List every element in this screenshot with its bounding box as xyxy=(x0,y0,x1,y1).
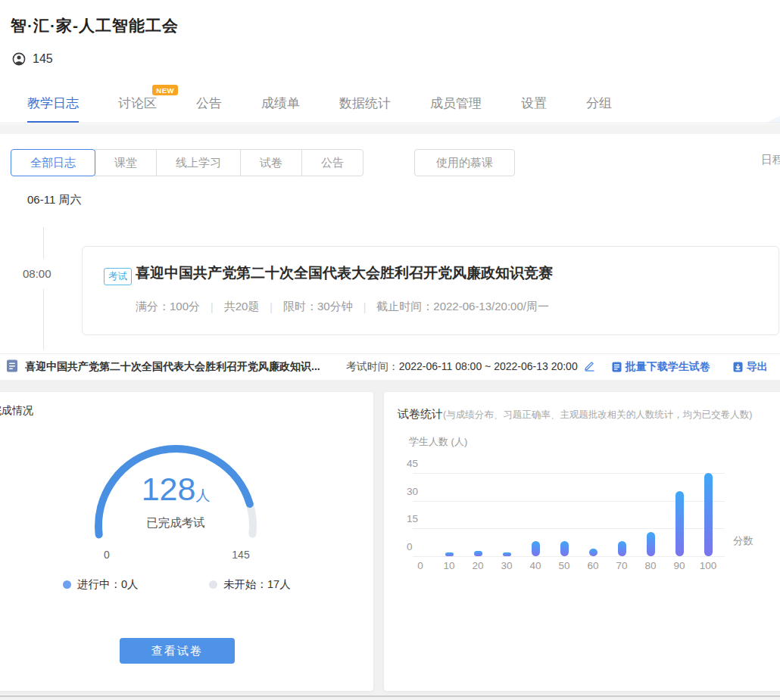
tab-数据统计[interactable]: 数据统计 xyxy=(339,83,391,123)
tab-label: 成员管理 xyxy=(430,95,482,112)
meta-separator: | xyxy=(211,301,214,313)
meta-separator: | xyxy=(363,301,367,313)
schedule-toggle[interactable]: 日程 xyxy=(761,153,780,167)
xaxis-name: 分数 xyxy=(733,534,753,548)
tab-公告[interactable]: 公告 xyxy=(196,83,222,123)
tab-label: 数据统计 xyxy=(339,95,391,112)
decorative-wave xyxy=(704,94,780,123)
member-count-row: 145 xyxy=(12,52,53,66)
filter-试卷[interactable]: 试卷 xyxy=(240,149,302,176)
gridline xyxy=(413,556,725,557)
filter-课堂[interactable]: 课堂 xyxy=(95,149,157,176)
batch-download-label: 批量下载学生试卷 xyxy=(626,360,710,374)
score-bar-30 xyxy=(503,552,511,556)
exam-time-label: 考试时间： xyxy=(346,360,399,372)
export-link[interactable]: 导出 xyxy=(733,360,768,374)
tab-label: 成绩单 xyxy=(261,95,300,112)
tab-label: 设置 xyxy=(521,95,547,112)
ytick-label: 0 xyxy=(407,541,413,552)
meta-item: 限时：30分钟 xyxy=(283,300,353,314)
xtick-label: 100 xyxy=(695,560,721,571)
score-bar-100 xyxy=(704,473,713,556)
completion-panel: 完成情况 128人 已完成考试 0 145 进行中：0人 未开始：17人 查看试… xyxy=(0,392,373,691)
meta-item: 截止时间：2022-06-13/20:00/周一 xyxy=(376,300,549,314)
legend-label: 进行中：0人 xyxy=(77,577,139,592)
tab-label: 讨论区 xyxy=(118,95,157,112)
xtick-label: 30 xyxy=(494,560,519,571)
download-doc-icon xyxy=(612,362,622,372)
xtick-label: 70 xyxy=(609,560,635,571)
gauge-min-label: 0 xyxy=(97,549,117,561)
exam-summary-row: 喜迎中国共产党第二十次全国代表大会胜利召开党风廉政知识... 考试时间：2022… xyxy=(0,354,780,380)
legend-not-started: 未开始：17人 xyxy=(209,577,291,592)
tab-成员管理[interactable]: 成员管理 xyxy=(430,83,482,123)
log-filter-group: 全部日志课堂线上学习试卷公告 xyxy=(11,149,363,176)
legend-dot xyxy=(63,580,71,589)
score-bar-40 xyxy=(532,541,540,556)
filter-线上学习[interactable]: 线上学习 xyxy=(156,149,241,176)
legend-label: 未开始：17人 xyxy=(223,577,291,592)
ytick-label: 45 xyxy=(407,458,418,469)
meta-separator: | xyxy=(270,301,273,313)
timeline-line xyxy=(43,227,44,259)
export-icon xyxy=(733,362,743,372)
score-bar-80 xyxy=(647,532,655,556)
nav-tabs: 教学日志讨论区NEW公告成绩单数据统计成员管理设置分组 xyxy=(27,83,651,123)
view-papers-button[interactable]: 查看试卷 xyxy=(120,638,235,664)
exam-log-card[interactable]: 考试 喜迎中国共产党第二十次全国代表大会胜利召开党风廉政知识竞赛 满分：100分… xyxy=(82,246,779,335)
score-distribution-chart: 01530450102030405060708090100 xyxy=(384,392,780,691)
tab-成绩单[interactable]: 成绩单 xyxy=(261,83,300,123)
tab-教学日志[interactable]: 教学日志 xyxy=(27,83,79,123)
gauge-max-label: 145 xyxy=(226,549,256,561)
meta-item: 满分：100分 xyxy=(136,300,200,314)
batch-download-link[interactable]: 批量下载学生试卷 xyxy=(612,360,710,374)
member-icon xyxy=(12,52,26,66)
timeline-line xyxy=(43,289,44,350)
gridline xyxy=(413,473,725,474)
xtick-label: 60 xyxy=(580,560,606,571)
edit-time-icon[interactable] xyxy=(584,360,595,375)
used-mooc-button[interactable]: 使用的慕课 xyxy=(414,149,515,176)
meta-item: 共20题 xyxy=(224,300,260,314)
filter-全部日志[interactable]: 全部日志 xyxy=(11,149,95,176)
bottom-divider xyxy=(0,695,780,697)
exam-card-meta: 满分：100分|共20题|限时：30分钟|截止时间：2022-06-13/20:… xyxy=(136,300,549,314)
score-bar-90 xyxy=(675,491,684,556)
exam-name: 喜迎中国共产党第二十次全国代表大会胜利召开党风廉政知识... xyxy=(25,360,320,374)
exam-type-badge: 考试 xyxy=(104,268,132,285)
log-date: 06-11 周六 xyxy=(27,193,81,207)
tab-分组[interactable]: 分组 xyxy=(586,83,612,123)
xtick-label: 90 xyxy=(666,560,692,571)
tab-label: 分组 xyxy=(586,95,612,112)
xtick-label: 0 xyxy=(407,560,433,571)
exam-time: 考试时间：2022-06-11 08:00 ~ 2022-06-13 20:00 xyxy=(346,360,578,374)
completed-caption: 已完成考试 xyxy=(91,515,261,531)
xtick-label: 10 xyxy=(436,560,462,571)
tab-讨论区[interactable]: 讨论区NEW xyxy=(118,83,157,123)
score-bar-10 xyxy=(445,552,454,556)
score-bar-70 xyxy=(618,541,626,556)
ytick-label: 15 xyxy=(407,513,418,524)
member-count: 145 xyxy=(33,52,53,66)
new-badge: NEW xyxy=(152,85,178,95)
xtick-label: 40 xyxy=(523,560,548,571)
tab-label: 公告 xyxy=(196,95,222,112)
main-tabbar: 教学日志讨论区NEW公告成绩单数据统计成员管理设置分组 xyxy=(0,83,780,123)
xtick-label: 50 xyxy=(551,560,577,571)
export-label: 导出 xyxy=(747,360,768,374)
completed-count: 128人 xyxy=(91,471,261,508)
ytick-label: 30 xyxy=(407,486,418,497)
tab-label: 教学日志 xyxy=(27,95,79,112)
exam-time-value: 2022-06-11 08:00 ~ 2022-06-13 20:00 xyxy=(399,360,578,372)
xtick-label: 80 xyxy=(638,560,663,571)
exam-file-icon xyxy=(6,359,18,375)
legend-dot xyxy=(209,580,217,589)
legend-in-progress: 进行中：0人 xyxy=(63,577,139,592)
tab-设置[interactable]: 设置 xyxy=(521,83,547,123)
section-gap xyxy=(0,124,780,134)
score-bar-50 xyxy=(560,541,569,556)
log-time: 08:00 xyxy=(23,267,51,280)
score-bar-60 xyxy=(589,549,597,556)
filter-公告[interactable]: 公告 xyxy=(301,149,363,176)
xtick-label: 20 xyxy=(465,560,491,571)
